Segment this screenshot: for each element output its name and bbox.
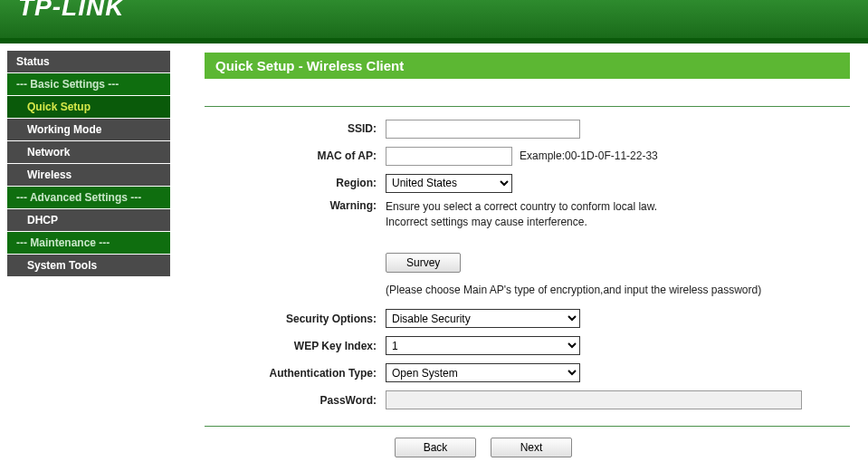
sidebar-item-network[interactable]: Network: [7, 141, 170, 163]
sidebar-item-system-tools[interactable]: System Tools: [7, 255, 170, 276]
label-password: PassWord:: [205, 394, 386, 407]
security-select[interactable]: Disable Security: [386, 309, 580, 328]
label-wep-index: WEP Key Index:: [205, 340, 386, 352]
wep-index-select[interactable]: 1: [386, 336, 580, 355]
main-content: Quick Setup - Wireless Client SSID: MAC …: [177, 43, 868, 462]
label-region: Region:: [205, 177, 386, 189]
brand-logo: TP-LINK: [18, 0, 124, 22]
label-mac: MAC of AP:: [205, 149, 386, 162]
mac-input[interactable]: [386, 147, 512, 166]
sidebar-section-maintenance: --- Maintenance ---: [7, 232, 170, 254]
page-title: Quick Setup - Wireless Client: [205, 53, 850, 79]
label-ssid: SSID:: [205, 122, 386, 135]
divider: [205, 426, 850, 427]
next-button[interactable]: Next: [491, 438, 572, 457]
sidebar-item-label: Quick Setup: [16, 101, 91, 113]
survey-button[interactable]: Survey: [386, 253, 461, 273]
sidebar-item-wireless[interactable]: Wireless: [7, 164, 170, 186]
back-button[interactable]: Back: [395, 438, 476, 457]
ssid-input[interactable]: [386, 120, 580, 139]
sidebar-item-dhcp[interactable]: DHCP: [7, 209, 170, 231]
warning-text-1: Ensure you select a correct country to c…: [386, 199, 850, 215]
warning-text-2: Incorrect settings may cause interferenc…: [386, 215, 850, 230]
sidebar: Status --- Basic Settings --- Quick Setu…: [0, 43, 177, 462]
label-auth-type: Authentication Type:: [205, 367, 386, 380]
sidebar-section-advanced: --- Advanced Settings ---: [7, 187, 170, 208]
sidebar-item-quick-setup[interactable]: Quick Setup: [7, 96, 170, 118]
mac-example: Example:00-1D-0F-11-22-33: [520, 149, 658, 162]
header-bar: TP-LINK: [0, 0, 868, 43]
label-security: Security Options:: [205, 313, 386, 325]
sidebar-item-status[interactable]: Status: [7, 51, 170, 72]
label-warning: Warning:: [205, 199, 386, 212]
sidebar-section-basic: --- Basic Settings ---: [7, 73, 170, 95]
sidebar-item-working-mode[interactable]: Working Mode: [7, 119, 170, 140]
password-input[interactable]: [386, 390, 802, 409]
region-select[interactable]: United States: [386, 174, 512, 193]
encryption-note: (Please choose Main AP's type of encrypt…: [386, 284, 761, 296]
auth-type-select[interactable]: Open System: [386, 363, 580, 382]
